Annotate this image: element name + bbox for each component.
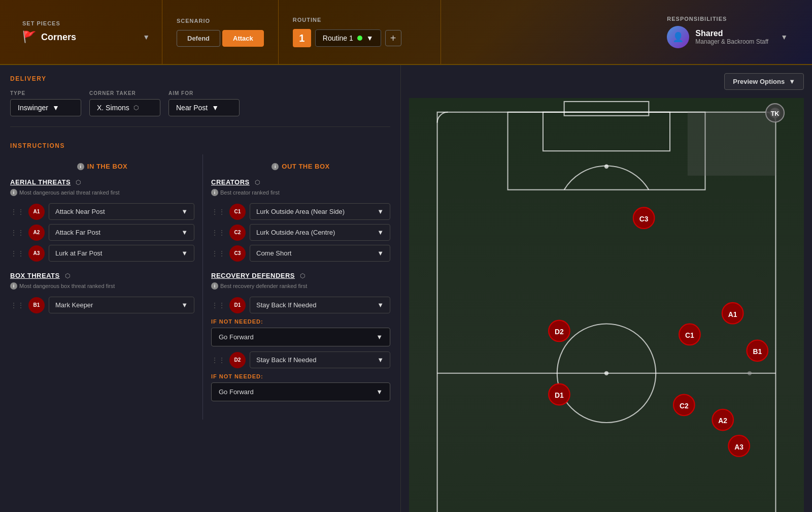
set-pieces-block: SET PIECES 🚩 Corners ▼: [10, 0, 162, 64]
pitch-svg: TK C3 A1 B1 C1 C2 A2: [409, 98, 804, 512]
creator-dropdown-1[interactable]: Lurk Outside Area (Centre) ▼: [250, 224, 390, 241]
set-pieces-label: SET PIECES: [22, 20, 150, 26]
responsibilities-avatar: 👤: [667, 26, 689, 48]
set-pieces-dropdown[interactable]: 🚩 Corners ▼: [22, 30, 150, 44]
instructions-columns: i IN THE BOX AERIAL THREATS ⬡ i Most dan…: [10, 154, 390, 420]
defend-button[interactable]: Defend: [177, 30, 220, 47]
aerial-threat-dropdown-2[interactable]: Lurk at Far Post ▼: [49, 245, 194, 262]
d2-if-not-needed-dropdown[interactable]: Go Forward ▼: [211, 382, 390, 401]
creator-dropdown-0[interactable]: Lurk Outside Area (Near Side) ▼: [250, 203, 390, 220]
preview-options-arrow: ▼: [789, 78, 795, 85]
d1-if-not-needed-label: IF NOT NEEDED:: [211, 318, 390, 325]
box-threats-hint: i Most dangerous box threat ranked first: [10, 282, 194, 290]
box-threats-rows: ⋮⋮ B1 Mark Keeper ▼: [10, 297, 194, 313]
svg-text:A2: A2: [718, 417, 727, 425]
badge-a1: A1: [28, 204, 45, 220]
drag-handle-a1[interactable]: ⋮⋮: [10, 208, 24, 216]
badge-a2: A2: [28, 225, 45, 241]
creators-info[interactable]: i: [211, 189, 218, 196]
drag-handle-c1[interactable]: ⋮⋮: [211, 208, 225, 216]
responsibilities-sub: Manager & Backroom Staff: [695, 38, 768, 45]
in-the-box-info-icon[interactable]: i: [77, 163, 84, 170]
creator-dropdown-2[interactable]: Come Short ▼: [250, 245, 390, 262]
creator-row-1: ⋮⋮ C2 Lurk Outside Area (Centre) ▼: [211, 224, 390, 241]
badge-b1: B1: [28, 297, 45, 313]
recovery-row-0: ⋮⋮ D1 Stay Back If Needed ▼: [211, 297, 390, 313]
aerial-threats-header: AERIAL THREATS ⬡: [10, 178, 194, 186]
creators-section: CREATORS ⬡ i Best creator ranked first ⋮…: [211, 178, 390, 262]
scenario-block: SCENARIO Defend Attack: [162, 0, 279, 64]
aerial-threat-dropdown-0[interactable]: Attack Near Post ▼: [49, 203, 194, 220]
aerial-threats-rows: ⋮⋮ A1 Attack Near Post ▼ ⋮⋮ A2: [10, 203, 194, 262]
recovery-defenders-info[interactable]: i: [211, 282, 218, 290]
creators-hint: i Best creator ranked first: [211, 189, 390, 196]
top-bar: SET PIECES 🚩 Corners ▼ SCENARIO Defend A…: [0, 0, 812, 65]
responsibilities-value: 👤 Shared Manager & Backroom Staff ▼: [667, 26, 788, 48]
main-content: DELIVERY TYPE Inswinger ▼ CORNER TAKER X…: [0, 65, 812, 512]
recovery-dropdown-1[interactable]: Stay Back If Needed ▼: [250, 351, 390, 368]
creator-row-0: ⋮⋮ C1 Lurk Outside Area (Near Side) ▼: [211, 203, 390, 220]
aerial-threat-row-0: ⋮⋮ A1 Attack Near Post ▼: [10, 203, 194, 220]
badge-c3: C3: [229, 245, 246, 262]
type-dropdown[interactable]: Inswinger ▼: [10, 99, 81, 116]
corner-taker-dropdown[interactable]: X. Simons ⬡: [89, 99, 160, 116]
drag-handle-a2[interactable]: ⋮⋮: [10, 229, 24, 237]
svg-text:A1: A1: [728, 310, 737, 318]
svg-text:B1: B1: [753, 347, 762, 356]
routine-dropdown[interactable]: Routine 1 ▼: [315, 29, 381, 47]
drag-handle-b1[interactable]: ⋮⋮: [10, 301, 24, 309]
box-threats-info[interactable]: i: [10, 282, 17, 290]
aerial-threat-dropdown-1[interactable]: Attack Far Post ▼: [49, 224, 194, 241]
aim-for-dropdown[interactable]: Near Post ▼: [168, 99, 240, 116]
creators-expand-icon[interactable]: ⬡: [255, 179, 260, 186]
routine-active-dot: [357, 36, 362, 41]
creator-row-2: ⋮⋮ C3 Come Short ▼: [211, 245, 390, 262]
corner-taker-value: X. Simons: [97, 104, 129, 112]
box-threat-dropdown-0[interactable]: Mark Keeper ▼: [49, 297, 194, 313]
corner-taker-field: CORNER TAKER X. Simons ⬡: [89, 90, 160, 116]
delivery-section-title: DELIVERY: [10, 75, 390, 82]
routine-arrow: ▼: [366, 34, 374, 42]
creators-rows: ⋮⋮ C1 Lurk Outside Area (Near Side) ▼ ⋮⋮…: [211, 203, 390, 262]
aerial-threats-info[interactable]: i: [10, 189, 17, 196]
aim-for-label: AIM FOR: [168, 90, 240, 96]
badge-c2: C2: [229, 225, 246, 241]
aerial-threats-expand-icon[interactable]: ⬡: [76, 179, 81, 186]
recovery-defenders-expand-icon[interactable]: ⬡: [300, 272, 305, 279]
routine-label: ROUTINE: [293, 17, 426, 23]
out-the-box-info-icon[interactable]: i: [272, 163, 279, 170]
drag-handle-c3[interactable]: ⋮⋮: [211, 249, 225, 258]
responsibilities-label: RESPONSIBILITIES: [667, 16, 788, 22]
corner-icon: 🚩: [22, 30, 36, 44]
preview-options-bar: Preview Options ▼: [409, 73, 804, 90]
aerial-threats-title: AERIAL THREATS: [10, 178, 71, 186]
d1-if-not-needed-dropdown[interactable]: Go Forward ▼: [211, 328, 390, 346]
pitch-container: TK C3 A1 B1 C1 C2 A2: [409, 98, 804, 512]
delivery-row: TYPE Inswinger ▼ CORNER TAKER X. Simons …: [10, 90, 390, 127]
delivery-section: DELIVERY TYPE Inswinger ▼ CORNER TAKER X…: [10, 75, 390, 127]
drag-handle-d1[interactable]: ⋮⋮: [211, 301, 225, 309]
attack-button[interactable]: Attack: [222, 30, 264, 47]
aim-for-value: Near Post: [176, 104, 208, 112]
drag-handle-a3[interactable]: ⋮⋮: [10, 249, 24, 258]
aerial-threats-hint: i Most dangerous aerial threat ranked fi…: [10, 189, 194, 196]
recovery-defenders-title: RECOVERY DEFENDERS: [211, 272, 295, 279]
recovery-defenders-header: RECOVERY DEFENDERS ⬡: [211, 272, 390, 279]
out-the-box-header: i OUT THE BOX: [211, 163, 390, 170]
recovery-dropdown-0[interactable]: Stay Back If Needed ▼: [250, 297, 390, 313]
set-pieces-arrow: ▼: [143, 33, 150, 41]
d1-if-not-needed: IF NOT NEEDED: Go Forward ▼: [211, 318, 390, 346]
svg-text:C1: C1: [685, 331, 694, 339]
recovery-defenders-hint: i Best recovery defender ranked first: [211, 282, 390, 290]
drag-handle-c2[interactable]: ⋮⋮: [211, 229, 225, 237]
box-threats-title: BOX THREATS: [10, 272, 60, 279]
set-pieces-value: Corners: [41, 32, 76, 43]
expand-icon: ⬡: [133, 104, 139, 111]
routine-add-button[interactable]: +: [385, 30, 401, 46]
box-threats-expand-icon[interactable]: ⬡: [65, 272, 70, 279]
preview-options-button[interactable]: Preview Options ▼: [724, 73, 804, 90]
out-the-box-title: OUT THE BOX: [282, 163, 329, 170]
drag-handle-d2[interactable]: ⋮⋮: [211, 356, 225, 364]
routine-block: ROUTINE 1 Routine 1 ▼ +: [279, 0, 441, 64]
type-value: Inswinger: [18, 104, 48, 112]
